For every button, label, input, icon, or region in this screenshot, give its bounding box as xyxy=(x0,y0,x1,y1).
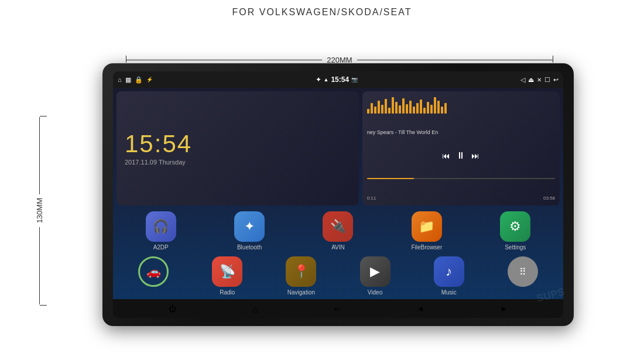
music-widget[interactable]: ney Spears - Till The World En ⏮ ⏸ ⏭ 0:1… xyxy=(362,91,560,205)
prev-nav-button[interactable]: ◄ xyxy=(416,304,424,313)
music-label: Music xyxy=(441,289,457,296)
music-bar xyxy=(420,100,422,114)
device-shell: ⌂ ▦ 🔒 ⚡ ✦ ▲ 15:54 📷 ◁ ⏏ ✕ ☐ ↩ xyxy=(102,63,574,326)
time-elapsed: 0:11 xyxy=(367,196,376,201)
app-row-1: 🎧A2DP✦Bluetooth🔌AVIN📁FileBrowser⚙Setting… xyxy=(113,209,563,254)
clock-date: 2017.11.09 Thursday xyxy=(125,159,186,166)
bluetooth-label: Bluetooth xyxy=(237,244,262,251)
music-bar xyxy=(402,98,405,114)
next-track-button[interactable]: ⏭ xyxy=(471,151,479,160)
bracket-bottom xyxy=(40,305,47,306)
radio-icon: 📡 xyxy=(212,256,242,287)
music-title: ney Spears - Till The World En xyxy=(367,129,555,135)
navigation-icon: 📍 xyxy=(286,256,316,287)
video-label: Video xyxy=(368,289,382,296)
app-icon-car[interactable]: 🚗 xyxy=(132,256,174,296)
music-bar xyxy=(437,101,440,114)
status-bar: ⌂ ▦ 🔒 ⚡ ✦ ▲ 15:54 📷 ◁ ⏏ ✕ ☐ ↩ xyxy=(113,71,563,88)
app-icon-settings[interactable]: ⚙Settings xyxy=(494,211,536,251)
status-right: ◁ ⏏ ✕ ☐ ↩ xyxy=(520,76,559,84)
music-bar xyxy=(434,97,436,114)
music-bar xyxy=(423,108,426,114)
music-bar xyxy=(392,97,394,114)
filebrowser-icon: 📁 xyxy=(412,211,442,242)
page-title: FOR VOLKSWAGEN/SKODA/SEAT xyxy=(0,0,644,18)
vline-bottom xyxy=(39,227,40,304)
music-bar xyxy=(371,103,373,114)
usb-icon: ⚡ xyxy=(146,77,153,83)
power-button[interactable]: ⏻ xyxy=(169,304,176,313)
music-icon: ♪ xyxy=(434,256,464,287)
nav-bar: ⏻ △ ↩ ◄ ► xyxy=(113,299,563,318)
clock-widget: 15:54 2017.11.09 Thursday xyxy=(117,91,359,205)
music-bar xyxy=(388,108,390,114)
bracket-top xyxy=(40,116,47,116)
music-bar xyxy=(381,105,383,114)
app-icon-filebrowser[interactable]: 📁FileBrowser xyxy=(406,211,448,251)
app-row-2: 🚗📡Radio📍Navigation▶Video♪Music⠿ xyxy=(113,254,563,299)
status-center: ✦ ▲ 15:54 📷 xyxy=(316,76,358,84)
height-dimension: 130MM xyxy=(35,117,44,304)
app-icon-bluetooth[interactable]: ✦Bluetooth xyxy=(228,211,270,251)
bluetooth-status-icon: ✦ xyxy=(316,76,321,84)
back-nav-button[interactable]: ↩ xyxy=(334,304,341,313)
music-bar xyxy=(413,107,415,114)
screen-bezel: ⌂ ▦ 🔒 ⚡ ✦ ▲ 15:54 📷 ◁ ⏏ ✕ ☐ ↩ xyxy=(113,71,563,318)
app-icon-video[interactable]: ▶Video xyxy=(354,256,396,296)
music-progress-fill xyxy=(367,178,414,179)
music-bar xyxy=(444,103,447,114)
music-bar xyxy=(367,109,369,114)
app-icon-radio[interactable]: 📡Radio xyxy=(206,256,248,296)
filebrowser-label: FileBrowser xyxy=(411,244,442,251)
music-bar xyxy=(374,107,376,114)
prev-track-button[interactable]: ⏮ xyxy=(442,151,450,160)
status-time: 15:54 xyxy=(331,76,349,84)
a2dp-icon: 🎧 xyxy=(146,211,176,242)
height-label: 130MM xyxy=(35,198,44,223)
car-icon: 🚗 xyxy=(138,256,169,287)
a2dp-label: A2DP xyxy=(153,244,169,251)
music-bar xyxy=(378,101,380,114)
home-screen: 15:54 2017.11.09 Thursday ney Spears - T… xyxy=(113,88,563,299)
settings-icon: ⚙ xyxy=(500,211,530,242)
back-status-icon: ↩ xyxy=(553,76,559,84)
app-icon-navigation[interactable]: 📍Navigation xyxy=(280,256,322,296)
lock-icon: 🔒 xyxy=(135,76,143,84)
next-nav-button[interactable]: ► xyxy=(500,304,508,313)
avin-label: AVIN xyxy=(331,244,345,251)
navigation-label: Navigation xyxy=(287,289,315,296)
wifi-status-icon: ▲ xyxy=(324,77,329,83)
app-icon-avin[interactable]: 🔌AVIN xyxy=(317,211,359,251)
status-left: ⌂ ▦ 🔒 ⚡ xyxy=(118,76,153,84)
home-nav-button[interactable]: △ xyxy=(252,304,258,313)
music-bar xyxy=(416,103,419,114)
settings-label: Settings xyxy=(505,244,526,251)
music-bar xyxy=(406,104,408,114)
music-bar xyxy=(395,102,398,114)
avin-icon: 🔌 xyxy=(323,211,353,242)
music-bar xyxy=(399,105,401,114)
app-icon-music[interactable]: ♪Music xyxy=(428,256,470,296)
vline-top xyxy=(39,117,40,194)
music-progress-bar[interactable] xyxy=(367,178,555,179)
music-bar xyxy=(409,101,412,114)
music-bar xyxy=(441,107,443,114)
app-icon-a2dp[interactable]: 🎧A2DP xyxy=(140,211,182,251)
play-pause-button[interactable]: ⏸ xyxy=(456,150,465,161)
time-total: 03:58 xyxy=(543,196,555,201)
music-controls: ⏮ ⏸ ⏭ xyxy=(367,150,555,161)
android-icon: ☐ xyxy=(544,76,550,84)
music-bar xyxy=(427,102,429,114)
dim-line-right xyxy=(357,60,553,60)
app-icon-more[interactable]: ⠿ xyxy=(502,256,544,296)
music-bars xyxy=(367,96,555,114)
clock-time: 15:54 xyxy=(125,132,192,156)
music-bar xyxy=(385,99,387,114)
home-icon[interactable]: ⌂ xyxy=(118,76,122,83)
video-icon: ▶ xyxy=(360,256,390,287)
volume-icon[interactable]: ◁ xyxy=(520,76,525,84)
more-icon: ⠿ xyxy=(508,256,538,287)
music-bar xyxy=(430,105,433,114)
dim-line-left xyxy=(126,60,322,60)
bluetooth-icon: ✦ xyxy=(234,211,265,242)
